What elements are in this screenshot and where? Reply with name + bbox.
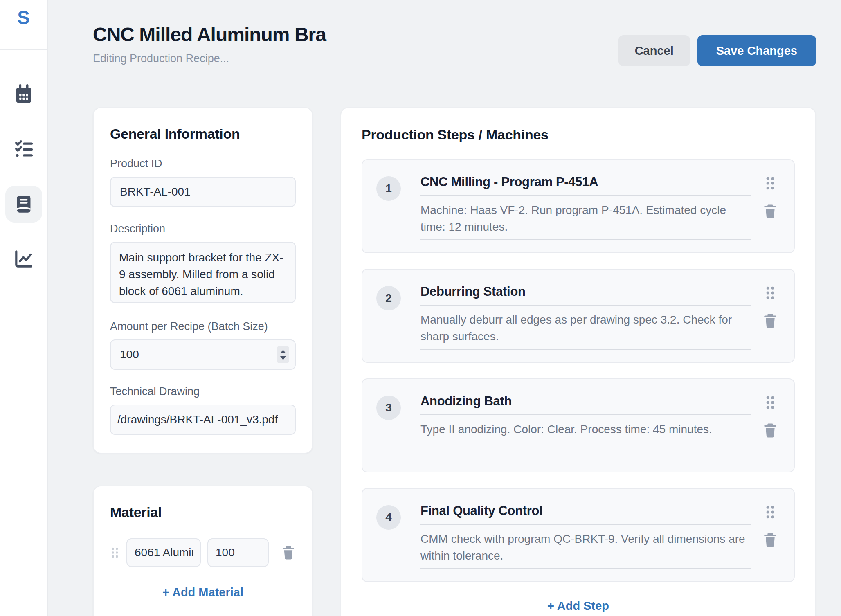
batch-size-input[interactable]	[110, 339, 296, 370]
step-description-input[interactable]: Type II anodizing. Color: Clear. Process…	[420, 421, 751, 459]
technical-drawing-label: Technical Drawing	[110, 385, 296, 398]
step-actions	[760, 391, 780, 439]
batch-size-field	[110, 333, 296, 370]
cancel-button[interactable]: Cancel	[618, 35, 690, 66]
step-title-input[interactable]: Deburring Station	[420, 282, 751, 306]
right-column: Production Steps / Machines 1 CNC Millin…	[340, 107, 816, 616]
description-textarea[interactable]: Main support bracket for the ZX-9 assemb…	[110, 242, 296, 303]
step-number-badge: 2	[376, 286, 401, 310]
delete-step-button[interactable]	[762, 531, 779, 549]
material-row	[110, 538, 296, 567]
sidebar-nav	[5, 76, 42, 277]
page-header: CNC Milled Aluminum Bra Editing Producti…	[93, 23, 816, 66]
header-buttons: Cancel Save Changes	[618, 35, 816, 66]
step-description-input[interactable]: Machine: Haas VF-2. Run program P-451A. …	[420, 202, 751, 240]
left-column: General Information Product ID Descripti…	[93, 107, 313, 616]
material-heading: Material	[110, 504, 296, 520]
page-header-text: CNC Milled Aluminum Bra Editing Producti…	[93, 23, 398, 65]
logo-box: S	[0, 0, 47, 50]
drag-handle-icon[interactable]	[764, 285, 776, 301]
step-title-input[interactable]: Anodizing Bath	[420, 391, 751, 415]
number-stepper[interactable]	[277, 346, 289, 363]
step-card-1: 1 CNC Milling - Program P-451A Machine: …	[362, 159, 795, 253]
step-content: Deburring Station Manually deburr all ed…	[420, 282, 751, 350]
description-label: Description	[110, 223, 296, 235]
step-description-input[interactable]: CMM check with program QC-BRKT-9. Verify…	[420, 531, 751, 569]
delete-step-button[interactable]	[762, 202, 779, 220]
add-step-button[interactable]: + Add Step	[547, 599, 609, 613]
step-number-badge: 4	[376, 505, 401, 530]
step-actions	[760, 172, 780, 220]
delete-step-button[interactable]	[762, 422, 779, 439]
step-actions	[760, 282, 780, 329]
trash-icon	[762, 312, 779, 329]
add-material-button[interactable]: + Add Material	[162, 586, 243, 599]
page-title: CNC Milled Aluminum Bra	[93, 23, 398, 47]
stepper-down-icon[interactable]	[280, 356, 286, 360]
checklist-icon	[13, 139, 34, 160]
step-content: Anodizing Bath Type II anodizing. Color:…	[420, 391, 751, 459]
step-content: CNC Milling - Program P-451A Machine: Ha…	[420, 172, 751, 240]
trash-icon	[762, 531, 779, 549]
material-card: Material	[93, 486, 313, 616]
drag-handle-icon[interactable]	[764, 175, 776, 191]
step-title-input[interactable]: Final Quality Control	[420, 501, 751, 525]
drag-handle-icon[interactable]	[764, 395, 776, 410]
chart-icon	[13, 248, 34, 270]
delete-material-button[interactable]	[280, 544, 297, 561]
book-icon	[13, 193, 34, 215]
step-description-input[interactable]: Manually deburr all edges as per drawing…	[420, 311, 751, 350]
step-content: Final Quality Control CMM check with pro…	[420, 501, 751, 569]
sidebar-item-analytics[interactable]	[5, 241, 42, 277]
drag-handle-icon[interactable]	[764, 504, 776, 520]
stepper-up-icon[interactable]	[280, 350, 286, 353]
main-area: CNC Milled Aluminum Bra Editing Producti…	[48, 0, 841, 616]
sidebar-item-recipes[interactable]	[5, 186, 42, 223]
content: General Information Product ID Descripti…	[93, 107, 816, 616]
step-card-2: 2 Deburring Station Manually deburr all …	[362, 269, 795, 363]
production-steps-heading: Production Steps / Machines	[362, 127, 795, 143]
trash-icon	[762, 422, 779, 439]
sidebar-item-schedule[interactable]	[5, 76, 42, 113]
trash-icon	[280, 544, 297, 561]
general-information-heading: General Information	[110, 126, 296, 142]
delete-step-button[interactable]	[762, 312, 779, 329]
batch-size-label: Amount per Recipe (Batch Size)	[110, 320, 296, 333]
save-changes-button[interactable]: Save Changes	[697, 35, 816, 66]
steps-list: 1 CNC Milling - Program P-451A Machine: …	[362, 159, 795, 582]
step-card-4: 4 Final Quality Control CMM check with p…	[362, 488, 795, 582]
sidebar: S	[0, 0, 48, 616]
product-id-input[interactable]	[110, 177, 296, 207]
calendar-icon	[13, 84, 34, 105]
sidebar-item-tasks[interactable]	[5, 131, 42, 168]
page-subtitle: Editing Production Recipe...	[93, 52, 398, 65]
step-number-badge: 1	[376, 176, 401, 201]
general-information-card: General Information Product ID Descripti…	[93, 107, 313, 454]
material-quantity-input[interactable]	[207, 538, 269, 567]
step-card-3: 3 Anodizing Bath Type II anodizing. Colo…	[362, 378, 795, 472]
technical-drawing-input[interactable]	[110, 405, 296, 435]
trash-icon	[762, 202, 779, 220]
drag-handle-icon[interactable]	[110, 546, 120, 559]
step-actions	[760, 501, 780, 549]
step-title-input[interactable]: CNC Milling - Program P-451A	[420, 172, 751, 196]
production-steps-panel: Production Steps / Machines 1 CNC Millin…	[340, 107, 816, 616]
material-name-input[interactable]	[126, 538, 201, 567]
product-id-label: Product ID	[110, 157, 296, 170]
app-logo: S	[17, 7, 30, 29]
step-number-badge: 3	[376, 396, 401, 420]
